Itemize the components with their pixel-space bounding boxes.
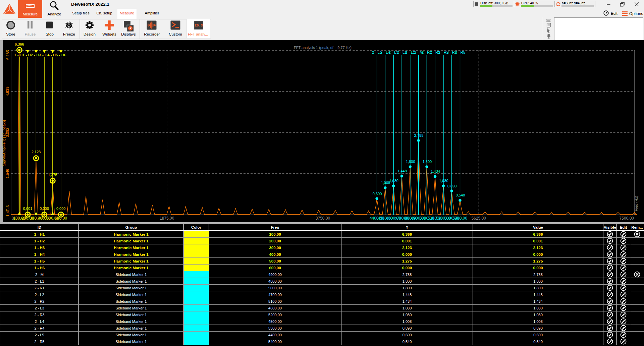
- svg-text:1,4E-6: 1,4E-6: [6, 205, 10, 217]
- svg-text:1,800: 1,800: [423, 160, 432, 164]
- svg-text:2 - L1: 2 - L1: [405, 50, 415, 54]
- svg-text:1,275: 1,275: [48, 173, 57, 177]
- svg-text:0,600: 0,600: [373, 192, 382, 196]
- svg-text:6,366: 6,366: [15, 42, 24, 46]
- svg-text:2,788: 2,788: [414, 133, 424, 137]
- svg-text:0,001: 0,001: [23, 207, 33, 211]
- svg-text:1,546: 1,546: [6, 169, 10, 178]
- svg-text:1,448: 1,448: [397, 169, 407, 173]
- svg-text:6,185: 6,185: [6, 50, 10, 60]
- svg-text:26.3: 26.3: [195, 23, 203, 27]
- svg-text:0,000: 0,000: [56, 207, 66, 211]
- svg-text:FFT analysis 1 (peak, df = 9,7: FFT analysis 1 (peak, df = 9,77 Hz): [294, 46, 352, 50]
- svg-text:5625,00: 5625,00: [472, 216, 486, 221]
- svg-text:4,639: 4,639: [6, 86, 10, 96]
- svg-text:5400,00: 5400,00: [453, 216, 468, 221]
- svg-text:1,080: 1,080: [439, 179, 448, 183]
- svg-text:Freq (Hz): Freq (Hz): [634, 196, 638, 211]
- svg-text:1,008: 1,008: [381, 181, 390, 185]
- svg-text:7500,00: 7500,00: [620, 216, 634, 221]
- svg-text:0,000: 0,000: [40, 207, 49, 211]
- svg-text:0,540: 0,540: [456, 193, 465, 197]
- svg-text:0,890: 0,890: [447, 184, 457, 188]
- svg-text:1 - H6: 1 - H6: [56, 53, 66, 57]
- svg-text:3750,00: 3750,00: [316, 216, 330, 221]
- svg-text:2,123: 2,123: [32, 150, 41, 154]
- svg-text:Signal/AmplFFT; [ (Z, peak)]: Signal/AmplFFT; [ (Z, peak)]: [2, 120, 6, 166]
- svg-text:2 - R5: 2 - R5: [455, 50, 465, 54]
- svg-text:1,434: 1,434: [431, 169, 440, 173]
- svg-text:1,080: 1,080: [389, 179, 398, 183]
- svg-text:1875,00: 1875,00: [160, 216, 174, 221]
- svg-text:1,800: 1,800: [406, 160, 415, 164]
- svg-text:3,092: 3,092: [6, 128, 10, 137]
